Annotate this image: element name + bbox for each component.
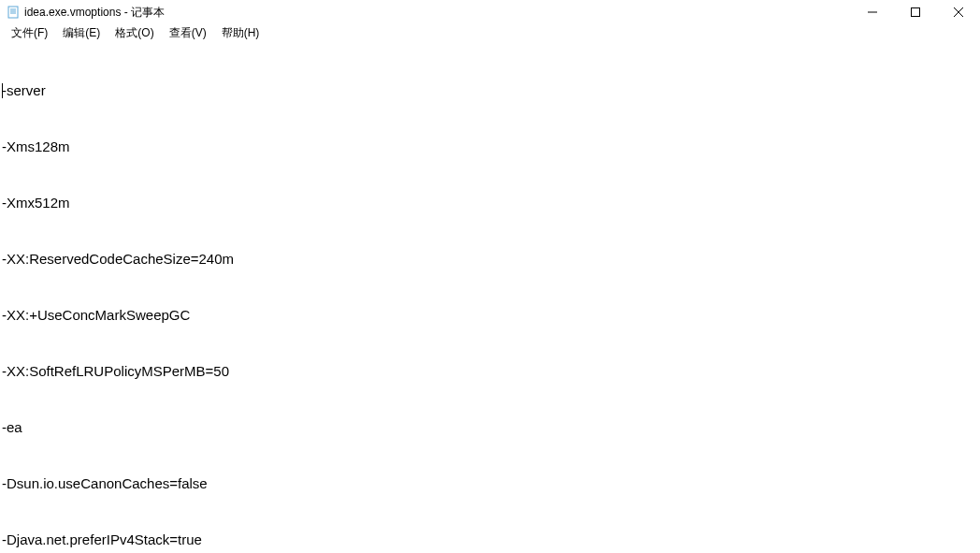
editor-line: -Xms128m (2, 138, 976, 156)
text-editor-area[interactable]: -server -Xms128m -Xmx512m -XX:ReservedCo… (0, 42, 980, 553)
minimize-button[interactable] (851, 0, 894, 24)
titlebar: idea.exe.vmoptions - 记事本 (0, 0, 980, 24)
menu-format[interactable]: 格式(O) (108, 24, 161, 42)
notepad-icon (6, 5, 21, 20)
menu-help[interactable]: 帮助(H) (214, 24, 267, 42)
editor-line: -XX:ReservedCodeCacheSize=240m (2, 250, 976, 269)
editor-line: -Dsun.io.useCanonCaches=false (2, 474, 976, 493)
menu-view[interactable]: 查看(V) (162, 24, 214, 42)
window-controls (851, 0, 980, 24)
close-button[interactable] (937, 0, 980, 24)
editor-line: -Djava.net.preferIPv4Stack=true (2, 531, 976, 549)
menu-file[interactable]: 文件(F) (4, 24, 55, 42)
editor-line: -XX:+UseConcMarkSweepGC (2, 306, 976, 325)
svg-rect-5 (912, 8, 920, 17)
editor-line: -ea (2, 418, 976, 437)
menubar: 文件(F) 编辑(E) 格式(O) 查看(V) 帮助(H) (0, 24, 980, 42)
window-title: idea.exe.vmoptions - 记事本 (24, 5, 165, 21)
maximize-button[interactable] (894, 0, 937, 24)
editor-line: -server (2, 81, 976, 100)
svg-rect-0 (8, 7, 18, 18)
editor-line: -Xmx512m (2, 194, 976, 212)
menu-edit[interactable]: 编辑(E) (55, 24, 108, 42)
editor-line: -XX:SoftRefLRUPolicyMSPerMB=50 (2, 362, 976, 381)
